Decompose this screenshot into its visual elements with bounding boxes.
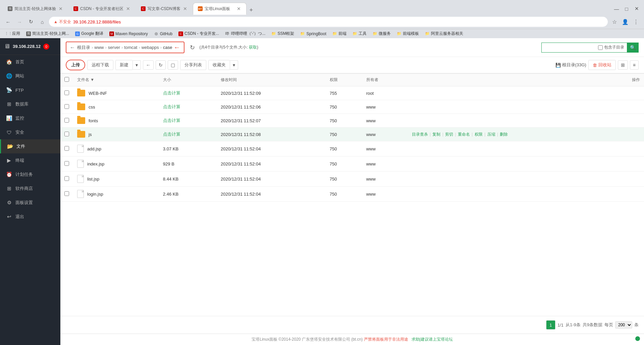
row-checkbox[interactable] (64, 90, 69, 95)
remote-download-button[interactable]: 远程下载 (87, 60, 113, 70)
minimize-button[interactable]: — (612, 4, 621, 13)
new-tab-button[interactable]: + (247, 5, 256, 15)
bc-case[interactable]: case (163, 45, 172, 50)
size-calculate-link[interactable]: 点击计算 (163, 104, 180, 109)
bc-www[interactable]: www (94, 45, 104, 50)
bm-10[interactable]: 📁 工具 (350, 30, 369, 38)
bc-root[interactable]: 根目录 (77, 45, 90, 51)
bookmark-star-button[interactable]: ☆ (610, 17, 619, 26)
file-name[interactable]: index.jsp (87, 161, 104, 166)
include-subdir-checkbox[interactable] (598, 45, 603, 50)
close-button[interactable]: ✕ (632, 4, 641, 13)
size-calculate-link[interactable]: 点击计算 (163, 118, 180, 123)
action-delete[interactable]: 删除 (500, 132, 508, 137)
action-cut[interactable]: 剪切 (445, 132, 453, 137)
tab-4-close[interactable]: ✕ (236, 6, 241, 12)
breadcrumb-refresh-button[interactable]: ↻ (190, 44, 195, 51)
sidebar-item-logout[interactable]: ↩ 退出 (0, 210, 60, 224)
bm-8[interactable]: 📁 SpringBoot (298, 30, 329, 37)
file-name[interactable]: WEB-INF (89, 91, 107, 96)
bookmark-dropdown-arrow[interactable]: ▾ (230, 60, 238, 70)
maximize-button[interactable]: □ (622, 4, 631, 13)
file-name[interactable]: fonts (89, 118, 98, 123)
account-button[interactable]: 👤 (621, 17, 630, 26)
sidebar-item-database[interactable]: ⊞ 数据库 (0, 97, 60, 111)
bm-5[interactable]: C CSDN - 专业开发... (176, 30, 222, 38)
view-grid-button[interactable]: ⊞ (618, 60, 628, 70)
sidebar-item-crontab[interactable]: ⏰ 计划任务 (0, 167, 60, 182)
share-list-button[interactable]: 分享列表 (180, 60, 206, 70)
footer-help[interactable]: 求助|建议请上宝塔论坛 (412, 337, 453, 342)
sidebar-item-security[interactable]: 🛡 安全 (0, 125, 60, 139)
more-button[interactable]: ⋮ (631, 17, 641, 26)
row-checkbox[interactable] (64, 176, 69, 181)
filename-header[interactable]: 文件名 ▼ (73, 74, 159, 86)
file-name[interactable]: add.jsp (87, 146, 101, 151)
tab-2-close[interactable]: ✕ (125, 6, 131, 12)
home-button[interactable]: ⌂ (38, 17, 47, 26)
back-nav-button[interactable]: ← (3, 17, 13, 26)
sidebar-item-terminal[interactable]: ▶ 终端 (0, 153, 60, 167)
bm-2[interactable]: G Google 翻译 (72, 30, 106, 38)
tab-3[interactable]: C 写文章-CSDN博客 ✕ (136, 3, 193, 15)
sidebar-item-settings[interactable]: ⚙ 面板设置 (0, 196, 60, 210)
refresh-button[interactable]: ↻ (156, 60, 166, 70)
sidebar-item-website[interactable]: 🌐 网站 (0, 69, 60, 83)
new-dropdown-arrow[interactable]: ▾ (133, 60, 141, 70)
sidebar-item-ftp[interactable]: 📡 FTP (0, 83, 60, 97)
bm-7[interactable]: 📁 SSM框架 (269, 30, 297, 38)
tab-4[interactable]: BT 宝塔Linux面板 ✕ (193, 3, 247, 15)
file-name[interactable]: list.jsp (87, 177, 99, 182)
action-compress[interactable]: 压缩 (487, 132, 495, 137)
tab-1[interactable]: 简 简法主页-轻快上网体验 ✕ (3, 3, 68, 15)
action-rename[interactable]: 重命名 (458, 132, 470, 137)
sidebar-item-home[interactable]: 🏠 首页 (0, 55, 60, 69)
upload-button[interactable]: 上传 (66, 60, 85, 70)
back-button[interactable]: ← (143, 60, 154, 70)
bm-1[interactable]: 简 简法主页-轻快上网... (23, 30, 72, 38)
row-checkbox[interactable] (64, 146, 69, 151)
tab-2[interactable]: C CSDN - 专业开发者社区 ✕ (68, 3, 136, 15)
footer-warning[interactable]: 严禁将面板用于非法用途 (364, 337, 408, 342)
search-input[interactable] (542, 43, 595, 52)
bm-11[interactable]: 📁 微服务 (370, 30, 393, 38)
bm-6[interactable]: 哔 哔哩哔哩（'-'）つ... (222, 30, 268, 38)
row-checkbox[interactable] (64, 161, 69, 166)
bc-tomcat[interactable]: tomcat (124, 45, 137, 50)
row-checkbox[interactable] (64, 191, 69, 196)
size-calculate-link[interactable]: 点击计算 (163, 132, 180, 137)
new-button[interactable]: 新建 (115, 60, 133, 70)
bc-server[interactable]: server (108, 45, 120, 50)
row-checkbox[interactable] (64, 132, 69, 136)
forward-nav-button[interactable]: → (15, 17, 24, 26)
per-page-select[interactable]: 200 100 50 (615, 321, 632, 329)
bm-apps[interactable]: ⋮⋮ 应用 (3, 30, 23, 38)
disk-button[interactable]: 💾 根目录(33G) (555, 62, 586, 68)
terminal-button[interactable]: ▢ (168, 60, 178, 70)
bm-12[interactable]: 📁 前端模板 (394, 30, 422, 38)
sidebar-item-monitor[interactable]: 📊 监控 (0, 111, 60, 125)
bm-9[interactable]: 📁 前端 (330, 30, 349, 38)
sidebar-item-store[interactable]: ⊞ 软件商店 (0, 182, 60, 196)
action-copy[interactable]: 复制 (432, 132, 440, 137)
bc-webapps[interactable]: webapps (142, 45, 159, 50)
page-1-button[interactable]: 1 (546, 320, 555, 330)
file-name[interactable]: login.jsp (87, 192, 103, 197)
size-calculate-link[interactable]: 点击计算 (163, 90, 180, 95)
bookmark-button[interactable]: 收藏夹 (208, 60, 230, 70)
breadcrumb-back-button[interactable]: ← (70, 45, 75, 51)
bm-4[interactable]: ◎ GitHub (151, 30, 175, 37)
action-perm[interactable]: 权限 (475, 132, 483, 137)
row-checkbox[interactable] (64, 104, 69, 109)
action-dir-scan[interactable]: 目录查杀 (412, 132, 428, 137)
file-name[interactable]: js (89, 132, 92, 137)
tab-1-close[interactable]: ✕ (58, 6, 63, 12)
trash-button[interactable]: 🗑 回收站 (588, 60, 616, 70)
view-list-button[interactable]: ≡ (630, 60, 639, 70)
file-name[interactable]: css (89, 105, 95, 110)
select-all-checkbox[interactable] (64, 77, 69, 82)
reload-button[interactable]: ↻ (26, 17, 36, 26)
sidebar-item-files[interactable]: 📂 文件 (0, 139, 60, 153)
address-input[interactable]: ▲ 不安全 39.106.228.12:8888/files (49, 17, 608, 27)
bm-3[interactable]: M Maven Repository (107, 30, 151, 37)
